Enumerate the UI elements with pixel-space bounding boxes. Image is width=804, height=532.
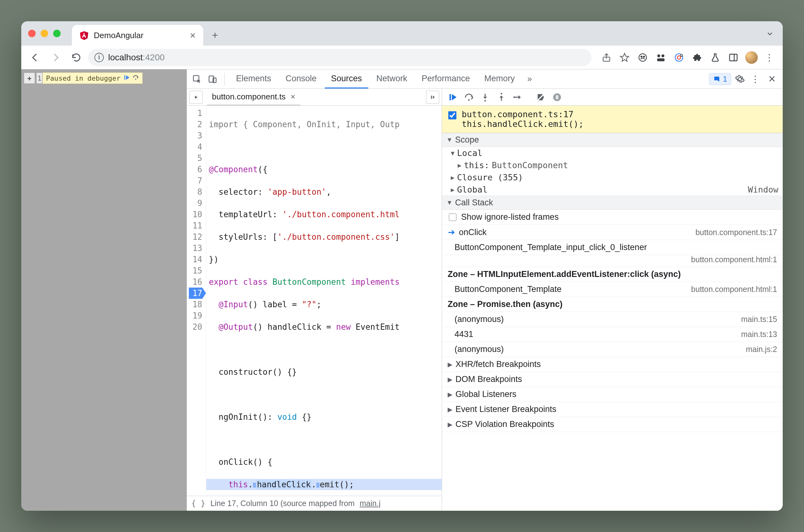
tab-sources[interactable]: Sources bbox=[325, 70, 368, 89]
section-global-listeners[interactable]: ▶Global Listeners bbox=[442, 387, 783, 402]
devtools-panel: Elements Console Sources Network Perform… bbox=[187, 70, 783, 511]
callstack-frame[interactable]: ButtonComponent_Templatebutton.component… bbox=[442, 282, 783, 297]
tab-performance[interactable]: Performance bbox=[416, 70, 476, 89]
step-button[interactable] bbox=[510, 90, 525, 105]
cursor-position: Line 17, Column 10 (source mapped from bbox=[210, 499, 355, 508]
toolbar-actions: ⋮ bbox=[595, 50, 778, 65]
share-icon[interactable] bbox=[598, 50, 615, 65]
source-map-link[interactable]: main.j bbox=[360, 499, 381, 508]
paused-label: Paused in debugger bbox=[46, 74, 120, 82]
svg-marker-23 bbox=[433, 95, 435, 99]
breakpoint-location: button.component.ts:17 bbox=[462, 109, 583, 119]
forward-button[interactable] bbox=[47, 49, 64, 66]
callstack-frame[interactable]: (anonymous)main.ts:15 bbox=[442, 312, 783, 327]
callstack-frame[interactable]: 4431main.ts:13 bbox=[442, 327, 783, 342]
close-devtools-icon[interactable]: ✕ bbox=[764, 73, 780, 84]
scope-header[interactable]: ▼Scope bbox=[442, 133, 783, 147]
async-boundary: Zone – HTMLInputElement.addEventListener… bbox=[442, 267, 783, 282]
resume-button[interactable] bbox=[445, 90, 460, 105]
bookmark-star-icon[interactable] bbox=[616, 50, 633, 65]
pretty-print-icon[interactable]: { } bbox=[191, 499, 205, 508]
tab-title: DemoAngular bbox=[94, 31, 143, 40]
callstack-header[interactable]: ▼Call Stack bbox=[442, 196, 783, 210]
show-ignore-listed[interactable]: Show ignore-listed frames bbox=[442, 210, 783, 225]
tab-memory[interactable]: Memory bbox=[478, 70, 521, 89]
settings-gear-icon[interactable] bbox=[733, 72, 747, 86]
svg-point-27 bbox=[484, 100, 486, 101]
overlay-add-button[interactable]: + bbox=[24, 73, 35, 84]
section-dom-breakpoints[interactable]: ▶DOM Breakpoints bbox=[442, 372, 783, 387]
site-info-icon[interactable]: i bbox=[94, 53, 104, 62]
svg-rect-15 bbox=[125, 75, 126, 80]
tab-strip: DemoAngular × + bbox=[21, 21, 783, 46]
callstack-frame[interactable]: (anonymous)main.js:2 bbox=[442, 342, 783, 357]
show-ignore-checkbox[interactable] bbox=[449, 213, 456, 221]
section-csp-violation-breakpoints[interactable]: ▶CSP Violation Breakpoints bbox=[442, 417, 783, 432]
run-snippet-icon[interactable] bbox=[426, 91, 439, 104]
svg-rect-9 bbox=[657, 58, 665, 61]
pause-on-exceptions-button[interactable] bbox=[550, 90, 564, 105]
svg-point-8 bbox=[662, 54, 664, 57]
extension-icon-3[interactable] bbox=[671, 50, 687, 65]
current-frame-arrow-icon: ➔ bbox=[448, 227, 455, 237]
file-tab[interactable]: button.component.ts × bbox=[207, 89, 301, 105]
breakpoint-checkbox[interactable] bbox=[448, 111, 456, 119]
navigator-toggle-icon[interactable] bbox=[189, 91, 203, 104]
overlay-resume-icon[interactable] bbox=[123, 74, 130, 82]
source-code[interactable]: import { Component, OnInit, Input, Outp … bbox=[206, 106, 442, 496]
close-tab-icon[interactable]: × bbox=[190, 30, 196, 40]
scope-local[interactable]: ▼Local bbox=[442, 147, 783, 159]
close-file-icon[interactable]: × bbox=[291, 92, 295, 101]
deactivate-breakpoints-button[interactable] bbox=[533, 90, 548, 105]
tab-console[interactable]: Console bbox=[280, 70, 323, 89]
profile-avatar[interactable] bbox=[743, 50, 760, 65]
labs-flask-icon[interactable] bbox=[707, 50, 723, 65]
callstack-frame[interactable]: ButtonComponent_Template_input_click_0_l… bbox=[442, 240, 783, 255]
step-out-button[interactable] bbox=[494, 90, 509, 105]
svg-rect-13 bbox=[730, 54, 737, 61]
minimize-window-button[interactable] bbox=[41, 30, 48, 37]
browser-tab[interactable]: DemoAngular × bbox=[72, 25, 203, 46]
new-tab-button[interactable]: + bbox=[206, 26, 224, 44]
breakpoint-code: this.handleClick.emit(); bbox=[462, 119, 583, 129]
extension-icon-1[interactable] bbox=[635, 50, 651, 65]
maximize-window-button[interactable] bbox=[53, 30, 61, 37]
svg-rect-24 bbox=[449, 94, 451, 100]
step-into-button[interactable] bbox=[478, 90, 493, 105]
tab-elements[interactable]: Elements bbox=[230, 70, 277, 89]
issues-button[interactable]: 1 bbox=[709, 73, 731, 85]
extensions-puzzle-icon[interactable] bbox=[689, 50, 705, 65]
svg-marker-3 bbox=[620, 53, 629, 61]
section-xhr-breakpoints[interactable]: ▶XHR/fetch Breakpoints bbox=[442, 357, 783, 372]
close-window-button[interactable] bbox=[28, 30, 36, 37]
extension-icon-2[interactable] bbox=[653, 50, 669, 65]
svg-point-31 bbox=[553, 93, 561, 101]
svg-marker-25 bbox=[452, 94, 457, 100]
section-event-listener-breakpoints[interactable]: ▶Event Listener Breakpoints bbox=[442, 402, 783, 417]
issues-count: 1 bbox=[723, 75, 727, 83]
svg-point-7 bbox=[657, 54, 660, 57]
breakpoint-hit-banner: button.component.ts:17 this.handleClick.… bbox=[442, 106, 783, 133]
tabs-dropdown-icon[interactable] bbox=[766, 30, 774, 40]
chrome-menu-icon[interactable]: ⋮ bbox=[762, 50, 778, 65]
tabs-overflow-icon[interactable]: » bbox=[523, 74, 536, 84]
svg-rect-22 bbox=[431, 95, 432, 99]
back-button[interactable] bbox=[26, 49, 44, 66]
line-gutter[interactable]: 1234567891011121314151617181920 bbox=[187, 106, 206, 496]
browser-window: DemoAngular × + i localhost:4200 bbox=[21, 21, 783, 511]
devtools-menu-icon[interactable]: ⋮ bbox=[749, 72, 762, 86]
side-panel-icon[interactable] bbox=[725, 50, 742, 65]
step-over-button[interactable] bbox=[461, 90, 476, 105]
inspect-element-icon[interactable] bbox=[190, 72, 204, 86]
callstack-frame[interactable]: ➔onClickbutton.component.ts:17 bbox=[442, 225, 783, 240]
scope-global[interactable]: ▶GlobalWindow bbox=[442, 184, 783, 196]
tab-network[interactable]: Network bbox=[370, 70, 414, 89]
svg-point-6 bbox=[643, 56, 645, 57]
device-toolbar-icon[interactable] bbox=[206, 72, 219, 86]
reload-button[interactable] bbox=[68, 49, 85, 66]
scope-closure[interactable]: ▶Closure (355) bbox=[442, 171, 783, 184]
omnibox[interactable]: i localhost:4200 bbox=[88, 49, 591, 66]
overlay-stepover-icon[interactable] bbox=[132, 74, 139, 82]
scope-this[interactable]: ▶this: ButtonComponent bbox=[442, 159, 783, 171]
address-bar: i localhost:4200 ⋮ bbox=[21, 46, 783, 70]
